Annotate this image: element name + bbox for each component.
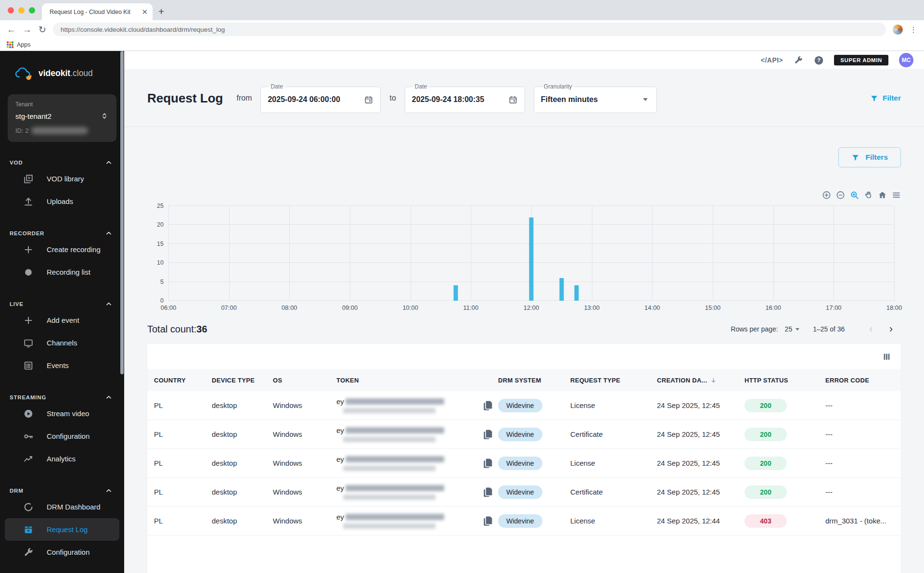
- table-row[interactable]: PL desktop Windows ey Widevine License 2…: [147, 391, 901, 420]
- copy-icon[interactable]: [483, 429, 493, 440]
- sidebar-item-drm-dashboard[interactable]: DRM Dashboard: [0, 496, 124, 518]
- chart-xtick-label: 10:00: [402, 304, 418, 311]
- table-row[interactable]: PL desktop Windows ey Widevine License 2…: [147, 449, 901, 478]
- column-header-country[interactable]: COUNTRY: [154, 377, 212, 384]
- filters-button-label: Filters: [865, 153, 888, 162]
- table-row[interactable]: PL desktop Windows ey Widevine Certifica…: [147, 478, 901, 507]
- address-bar[interactable]: https://console.videokit.cloud/dashboard…: [53, 23, 886, 36]
- filter-link[interactable]: Filter: [870, 94, 901, 102]
- previous-page-button[interactable]: ‹: [861, 323, 881, 335]
- filters-button[interactable]: Filters: [838, 147, 901, 167]
- tab-close-icon[interactable]: ✕: [141, 8, 148, 16]
- tenant-value: stg-tenant2: [15, 112, 51, 120]
- sidebar-item-vod-library[interactable]: VOD library: [0, 167, 124, 190]
- sidebar-item-uploads[interactable]: Uploads: [0, 190, 124, 213]
- sidebar-item-channels[interactable]: Channels: [0, 331, 124, 354]
- section-header-live[interactable]: LIVE: [0, 299, 124, 309]
- column-header-os[interactable]: OS: [273, 377, 336, 384]
- copy-icon[interactable]: [483, 515, 493, 527]
- bookmarks-bar: Apps: [0, 38, 924, 51]
- copy-icon[interactable]: [483, 400, 493, 411]
- column-header-request-type[interactable]: REQUEST TYPE: [570, 377, 657, 384]
- table-row[interactable]: PL desktop Windows ey Widevine License 2…: [147, 507, 901, 535]
- date-from-value: 2025-09-24 06:00:00: [268, 95, 340, 104]
- pan-icon[interactable]: [864, 191, 873, 200]
- refresh-icon[interactable]: ↻: [38, 25, 46, 34]
- menu-icon[interactable]: [892, 191, 901, 200]
- column-header-http-status[interactable]: HTTP STATUS: [744, 377, 825, 384]
- section-header-streaming[interactable]: STREAMING: [0, 393, 124, 402]
- to-label: to: [389, 94, 396, 102]
- section-header-vod[interactable]: VOD: [0, 158, 124, 167]
- column-header-creation-date[interactable]: CREATION DA...: [657, 377, 744, 384]
- token-redacted: [346, 514, 444, 520]
- sidebar-item-events[interactable]: Events: [0, 354, 124, 377]
- token-redacted: [346, 456, 444, 462]
- api-docs-button[interactable]: </API>: [761, 56, 783, 64]
- table-row[interactable]: PL desktop Windows ey Widevine Certifica…: [147, 420, 901, 449]
- close-window-button[interactable]: [8, 7, 14, 13]
- sidebar-item-analytics[interactable]: Analytics: [0, 447, 124, 470]
- funnel-icon: [870, 94, 878, 102]
- sidebar-item-label: Channels: [47, 339, 77, 347]
- play-circle-icon: [23, 408, 34, 419]
- sidebar-scrollbar[interactable]: [120, 51, 124, 374]
- column-header-device-type[interactable]: DEVICE TYPE: [212, 377, 273, 384]
- sidebar-item-request-log[interactable]: Request Log: [5, 518, 119, 541]
- maximize-window-button[interactable]: [29, 7, 35, 13]
- zoom-out-icon[interactable]: [836, 191, 845, 200]
- apps-bookmark-label[interactable]: Apps: [17, 41, 31, 48]
- back-icon[interactable]: ←: [7, 25, 16, 34]
- cell-token: ey: [336, 426, 498, 442]
- next-page-button[interactable]: ›: [881, 323, 901, 335]
- cell-request-type: License: [570, 401, 657, 409]
- column-header-token[interactable]: TOKEN: [336, 377, 498, 384]
- help-icon[interactable]: ?: [814, 55, 823, 65]
- sidebar-item-streaming-configuration[interactable]: Configuration: [0, 425, 124, 447]
- chart-plot[interactable]: 051015202506:0007:0008:0009:0010:0011:00…: [168, 206, 894, 301]
- forward-icon[interactable]: →: [23, 25, 32, 34]
- chevron-up-icon: [105, 300, 113, 308]
- calendar-icon[interactable]: [508, 95, 518, 104]
- zoom-in-icon[interactable]: [822, 191, 831, 200]
- section-header-drm[interactable]: DRM: [0, 486, 124, 496]
- section-header-recorder[interactable]: RECORDER: [0, 229, 124, 238]
- copy-icon[interactable]: [483, 486, 493, 498]
- token-redacted-line2: [343, 437, 436, 442]
- sidebar-item-add-event[interactable]: Add event: [0, 309, 124, 331]
- sidebar-item-create-recording[interactable]: Create recording: [0, 238, 124, 261]
- chart-section: Filters: [124, 127, 924, 318]
- chart-ytick-label: 20: [149, 221, 164, 228]
- cell-http-status: 200: [744, 428, 825, 441]
- granularity-select[interactable]: Granularity Fifteen minutes: [534, 83, 657, 113]
- chart-gridline-v: [894, 206, 895, 301]
- column-header-error-code[interactable]: ERROR CODE: [825, 377, 894, 384]
- home-icon[interactable]: [878, 191, 887, 200]
- apps-grid-icon[interactable]: [7, 41, 13, 48]
- box-zoom-icon[interactable]: [850, 191, 859, 200]
- rows-per-page-select[interactable]: 25: [785, 325, 800, 333]
- date-to-field[interactable]: Date 2025-09-24 18:00:35: [405, 83, 525, 113]
- column-header-drm-system[interactable]: DRM SYSTEM: [498, 377, 570, 384]
- cell-token: ey: [336, 513, 498, 529]
- wrench-icon[interactable]: [794, 55, 803, 65]
- calendar-icon[interactable]: [364, 95, 373, 104]
- sidebar-item-drm-configuration[interactable]: Configuration: [0, 541, 124, 563]
- new-tab-button[interactable]: +: [158, 6, 164, 17]
- brand-logo: videokit.cloud: [0, 51, 124, 80]
- tenant-selector[interactable]: stg-tenant2: [15, 112, 109, 120]
- user-avatar[interactable]: MC: [899, 53, 913, 67]
- copy-icon[interactable]: [483, 458, 493, 469]
- sidebar-item-stream-video[interactable]: Stream video: [0, 402, 124, 425]
- cell-drm-system: Widevine: [498, 457, 570, 470]
- browser-tab[interactable]: Request Log - Cloud Video Kit ✕: [42, 3, 153, 20]
- columns-icon[interactable]: [882, 352, 891, 361]
- minimize-window-button[interactable]: [18, 7, 25, 13]
- browser-profile-avatar[interactable]: [893, 25, 903, 35]
- sidebar-item-recording-list[interactable]: Recording list: [0, 261, 124, 283]
- cell-creation-date: 24 Sep 2025, 12:45: [657, 459, 744, 467]
- chart-gridline-v: [350, 206, 350, 301]
- window-controls[interactable]: [0, 7, 42, 20]
- date-from-field[interactable]: Date 2025-09-24 06:00:00: [260, 83, 381, 113]
- browser-menu-icon[interactable]: ⋮: [910, 25, 917, 34]
